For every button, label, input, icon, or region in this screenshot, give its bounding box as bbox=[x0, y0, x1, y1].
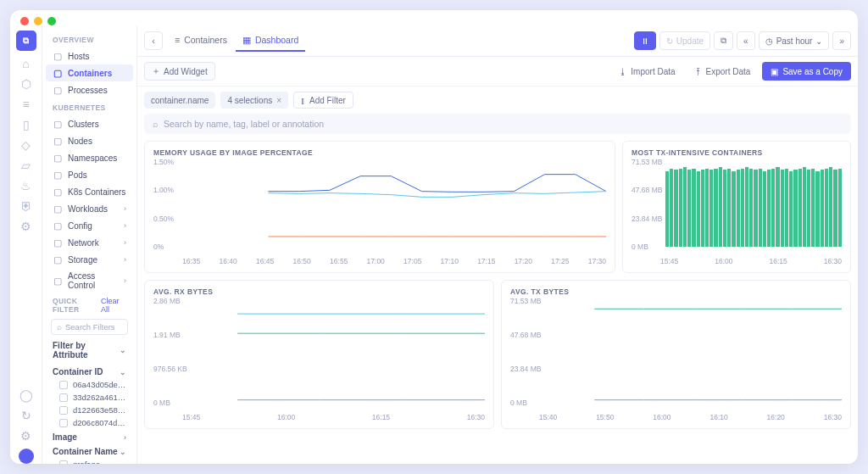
sidebar-item-nodes[interactable]: ▢Nodes bbox=[46, 132, 133, 149]
x-tick: 17:10 bbox=[441, 257, 459, 265]
filter-group-image[interactable]: Image› bbox=[46, 429, 133, 443]
bar bbox=[737, 170, 740, 247]
bar bbox=[771, 169, 775, 247]
rail-hex-icon[interactable]: ⬡ bbox=[19, 76, 34, 92]
filter-chip-selections[interactable]: 4 selections× bbox=[220, 92, 288, 109]
app-logo-icon[interactable]: ⧉ bbox=[16, 31, 36, 51]
maximize-icon[interactable] bbox=[47, 17, 56, 25]
x-tick: 16:10 bbox=[709, 413, 727, 421]
quickfilter-search[interactable]: ⌕ Search Filters bbox=[51, 319, 128, 335]
sidebar-item-workloads[interactable]: ▢Workloads› bbox=[46, 200, 133, 217]
checkbox-icon[interactable] bbox=[59, 406, 68, 415]
sidebar-item-label: Namespaces bbox=[68, 153, 117, 163]
sidebar-item-network[interactable]: ▢Network› bbox=[46, 234, 133, 251]
search-input[interactable]: ⌕ Search by name, tag, label or annotati… bbox=[144, 114, 851, 134]
x-tick: 17:00 bbox=[367, 257, 385, 265]
bar bbox=[665, 171, 669, 247]
sidebar-item-pods[interactable]: ▢Pods bbox=[46, 166, 133, 183]
checkbox-icon[interactable] bbox=[59, 393, 68, 402]
sidebar-item-label: Clusters bbox=[68, 120, 99, 129]
export-data-button[interactable]: ⭱Export Data bbox=[687, 62, 758, 81]
filter-group-container-id[interactable]: Container ID⌄ bbox=[46, 364, 133, 378]
tab-dashboard[interactable]: ▦Dashboard bbox=[236, 30, 305, 52]
tab-containers[interactable]: ≡Containers bbox=[168, 30, 234, 52]
search-icon: ⌕ bbox=[153, 119, 159, 129]
ac-icon: ▢ bbox=[53, 276, 63, 286]
y-tick: 23.84 MB bbox=[632, 215, 662, 223]
rail-avatar-icon[interactable] bbox=[19, 449, 34, 464]
x-tick: 17:30 bbox=[588, 257, 606, 265]
add-widget-button[interactable]: ＋Add Widget bbox=[144, 62, 215, 81]
close-icon[interactable] bbox=[20, 17, 29, 25]
filter-item[interactable]: grafana bbox=[46, 458, 133, 464]
rail-home-icon[interactable]: ⌂ bbox=[19, 56, 34, 71]
sidebar-item-storage[interactable]: ▢Storage› bbox=[46, 251, 133, 268]
filter-item[interactable]: 33d262a461af037… bbox=[46, 391, 133, 404]
filter-item-label: d122663e584930… bbox=[73, 405, 126, 415]
filter-item[interactable]: 06a43d05defab9a… bbox=[46, 378, 133, 391]
sidebar-item-namespaces[interactable]: ▢Namespaces bbox=[46, 149, 133, 166]
add-filter-button[interactable]: ⫿Add Filter bbox=[293, 92, 353, 109]
minimize-icon[interactable] bbox=[34, 17, 42, 25]
card-memory-usage: MEMORY USAGE BY IMAGE PERCENTAGE 1.50%1.… bbox=[144, 141, 615, 273]
sidebar-item-processes[interactable]: ▢Processes bbox=[46, 81, 133, 98]
sidebar-item-label: Pods bbox=[68, 170, 87, 180]
cfg-icon: ▢ bbox=[53, 220, 63, 231]
pod-icon: ▢ bbox=[53, 170, 63, 180]
time-next-button[interactable]: » bbox=[832, 31, 851, 50]
clear-all-link[interactable]: Clear All bbox=[101, 297, 126, 314]
sidebar-item-label: Network bbox=[68, 238, 99, 248]
bar bbox=[759, 169, 762, 247]
x-tick: 16:30 bbox=[824, 413, 842, 421]
sidebar-item-clusters[interactable]: ▢Clusters bbox=[46, 115, 133, 132]
sidebar-item-config[interactable]: ▢Config› bbox=[46, 217, 133, 234]
rail-headset-icon[interactable]: ◯ bbox=[19, 388, 34, 403]
checkbox-icon[interactable] bbox=[59, 381, 68, 389]
import-data-button[interactable]: ⭳Import Data bbox=[612, 62, 682, 81]
chevron-down-icon: ⌄ bbox=[120, 368, 126, 376]
copy-button[interactable]: ⧉ bbox=[714, 31, 733, 50]
back-button[interactable]: ‹ bbox=[144, 31, 163, 50]
filter-item[interactable]: d122663e584930… bbox=[46, 404, 133, 416]
close-icon[interactable]: × bbox=[276, 96, 281, 105]
update-button[interactable]: ↻Update bbox=[659, 31, 710, 50]
filter-item[interactable]: d206c8074de91fb… bbox=[46, 416, 133, 429]
sidebar-item-label: Hosts bbox=[68, 52, 90, 61]
sidebar-item-access-control[interactable]: ▢Access Control› bbox=[46, 268, 133, 293]
rail-gear-icon[interactable]: ⚙ bbox=[19, 219, 34, 234]
filter-by-attribute[interactable]: Filter by Attribute ⌄ bbox=[46, 337, 133, 364]
rail-shield-icon[interactable]: ⛨ bbox=[19, 198, 34, 214]
rail-file-icon[interactable]: ▯ bbox=[19, 117, 34, 132]
filter-row: container.name 4 selections× ⫿Add Filter bbox=[137, 86, 858, 114]
bar bbox=[679, 169, 682, 247]
rail-sync-icon[interactable]: ↻ bbox=[19, 408, 34, 423]
main-content: ‹ ≡Containers▦Dashboard ⏸ ↻Update ⧉ « ◷P… bbox=[137, 25, 858, 464]
x-tick: 16:30 bbox=[467, 413, 485, 421]
rail-chat-icon[interactable]: ◇ bbox=[19, 137, 34, 153]
y-tick: 47.68 MB bbox=[632, 186, 662, 194]
sidebar-section-overview: OVERVIEW bbox=[46, 31, 133, 47]
rail-layers-icon[interactable]: ▱ bbox=[19, 158, 34, 173]
save-as-copy-button[interactable]: ▣Save as a Copy bbox=[762, 62, 851, 81]
grid-icon: ▦ bbox=[242, 35, 251, 45]
y-tick: 0 MB bbox=[632, 243, 648, 251]
filter-chip-key[interactable]: container.name bbox=[144, 92, 215, 109]
pause-button[interactable]: ⏸ bbox=[634, 31, 656, 50]
sidebar-item-k8s-containers[interactable]: ▢K8s Containers bbox=[46, 183, 133, 200]
rail-lines-icon[interactable]: ≡ bbox=[19, 97, 34, 112]
time-prev-button[interactable]: « bbox=[737, 31, 755, 50]
upload-icon: ⭱ bbox=[694, 67, 703, 76]
time-range-dropdown[interactable]: ◷Past hour⌄ bbox=[759, 31, 830, 50]
sidebar-item-containers[interactable]: ▢Containers bbox=[46, 64, 133, 81]
nav-rail: ⧉ ⌂ ⬡ ≡ ▯ ◇ ▱ ♨ ⛨ ⚙ ◯ ↻ ⚙ bbox=[10, 25, 42, 464]
rail-settings-icon[interactable]: ⚙ bbox=[19, 428, 34, 443]
chart-title: AVG. TX BYTES bbox=[510, 287, 842, 296]
bar bbox=[767, 170, 771, 247]
bar bbox=[781, 170, 784, 247]
sidebar-item-hosts[interactable]: ▢Hosts bbox=[46, 47, 133, 64]
chevron-right-icon: › bbox=[124, 276, 126, 285]
rail-fire-icon[interactable]: ♨ bbox=[19, 178, 34, 193]
checkbox-icon[interactable] bbox=[59, 419, 68, 427]
checkbox-icon[interactable] bbox=[59, 460, 68, 465]
filter-group-container-name[interactable]: Container Name⌄ bbox=[46, 443, 133, 458]
